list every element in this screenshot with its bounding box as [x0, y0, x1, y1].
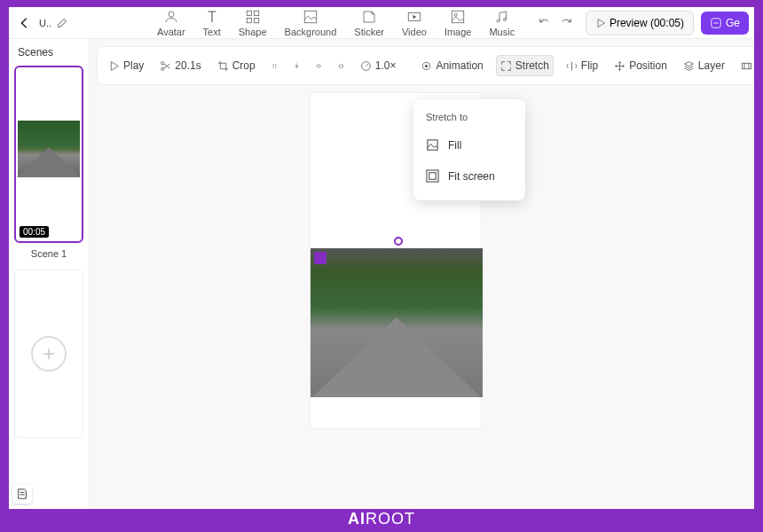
crop-icon — [217, 60, 229, 72]
avatar-icon — [163, 9, 179, 25]
svg-rect-1 — [247, 11, 251, 15]
tool-video[interactable]: Video — [402, 9, 427, 37]
svg-rect-4 — [254, 18, 258, 22]
preview-button[interactable]: Preview (00:05) — [586, 11, 694, 35]
layer-button[interactable]: Layer — [680, 56, 728, 75]
scene-thumbnail — [18, 121, 80, 177]
svg-point-8 — [454, 13, 457, 16]
generate-icon — [710, 17, 722, 29]
video-icon — [406, 9, 422, 25]
svg-point-13 — [161, 67, 164, 70]
animation-button[interactable]: Animation — [417, 56, 486, 75]
scene-name: Scene 1 — [31, 248, 67, 259]
stretch-icon — [500, 60, 512, 72]
animation-icon — [421, 60, 432, 72]
play-button[interactable]: Play — [105, 56, 147, 75]
crop-button[interactable]: Crop — [214, 56, 259, 75]
scenes-panel: Scenes 00:05 Scene 1 + — [9, 39, 90, 509]
flip-button[interactable]: Flip — [562, 56, 602, 75]
rotate-handle[interactable] — [394, 237, 403, 246]
tool-image[interactable]: Image — [444, 9, 472, 37]
svg-point-14 — [272, 64, 273, 65]
loop-icon[interactable] — [334, 59, 348, 73]
tool-avatar[interactable]: Avatar — [157, 9, 185, 37]
canvas-toolbar: Play 20.1s Crop 1.0× — [97, 46, 754, 85]
timeline-icon — [741, 60, 752, 72]
image-icon — [450, 9, 466, 25]
filter-icon[interactable] — [268, 59, 281, 73]
tool-text[interactable]: Text — [203, 9, 221, 37]
svg-rect-23 — [428, 140, 437, 150]
layer-icon — [683, 60, 695, 72]
svg-rect-24 — [427, 170, 438, 182]
play-icon — [595, 18, 606, 28]
stretch-button[interactable]: Stretch — [496, 55, 554, 76]
plus-icon: + — [31, 336, 67, 372]
image-badge-icon — [314, 252, 326, 264]
svg-rect-7 — [452, 11, 464, 23]
sticker-icon — [361, 9, 377, 25]
scene-duration-badge: 00:05 — [20, 226, 49, 238]
generate-button[interactable]: Ge — [701, 12, 749, 35]
music-icon — [494, 9, 510, 25]
position-icon — [614, 60, 625, 72]
svg-point-20 — [425, 64, 428, 66]
undo-icon[interactable] — [538, 16, 552, 30]
position-button[interactable]: Position — [610, 56, 671, 75]
canvas-area: Play 20.1s Crop 1.0× — [90, 39, 754, 509]
project-title[interactable]: U... — [39, 18, 51, 28]
svg-point-10 — [503, 18, 506, 20]
back-button[interactable] — [14, 12, 35, 34]
canvas-content[interactable]: Stretch to Fill Fit screen — [90, 92, 754, 509]
svg-point-17 — [275, 66, 276, 67]
fit-screen-icon — [426, 169, 439, 183]
speed-icon — [360, 60, 372, 72]
scenes-heading: Scenes — [18, 46, 53, 59]
timeline-button[interactable]: Timeline — [737, 56, 754, 75]
notes-button[interactable] — [12, 484, 32, 504]
speed-button[interactable]: 1.0× — [357, 56, 400, 75]
stretch-dropdown: Stretch to Fill Fit screen — [413, 99, 525, 200]
svg-point-12 — [161, 61, 164, 64]
pencil-icon[interactable] — [57, 17, 68, 28]
fill-icon — [426, 138, 439, 152]
tool-shape[interactable]: Shape — [239, 9, 267, 37]
svg-rect-21 — [743, 63, 751, 69]
background-icon — [303, 9, 319, 25]
shape-icon — [245, 9, 261, 25]
note-icon — [16, 488, 28, 500]
insert-tools: Avatar Text Shape Background Sticker Vid… — [157, 9, 515, 37]
text-icon — [204, 9, 220, 25]
volume-icon[interactable] — [312, 59, 326, 73]
chevron-left-icon — [19, 17, 31, 29]
scissors-icon — [160, 60, 171, 72]
dropdown-option-fill[interactable]: Fill — [413, 129, 525, 160]
tool-music[interactable]: Music — [489, 9, 515, 37]
tool-background[interactable]: Background — [285, 9, 337, 37]
svg-point-0 — [169, 12, 174, 17]
dropdown-option-fit[interactable]: Fit screen — [413, 160, 525, 192]
dropdown-heading: Stretch to — [413, 108, 525, 129]
svg-point-16 — [272, 66, 273, 67]
top-bar: U... Avatar Text Shape Background — [9, 7, 754, 39]
tool-sticker[interactable]: Sticker — [354, 9, 384, 37]
svg-rect-2 — [254, 11, 258, 15]
scene-card[interactable]: 00:05 — [14, 66, 83, 243]
svg-point-9 — [497, 20, 499, 22]
canvas-image[interactable] — [311, 248, 483, 397]
redo-icon[interactable] — [559, 16, 573, 30]
brand-logo: AIROOT — [0, 510, 763, 528]
svg-rect-5 — [304, 11, 317, 23]
adjust-icon[interactable] — [290, 59, 303, 73]
duration-button[interactable]: 20.1s — [156, 56, 204, 75]
play-icon — [108, 60, 120, 72]
svg-rect-3 — [247, 18, 251, 22]
flip-icon — [566, 60, 578, 72]
svg-rect-25 — [429, 173, 437, 180]
svg-point-15 — [275, 64, 276, 65]
add-scene-button[interactable]: + — [14, 270, 83, 438]
